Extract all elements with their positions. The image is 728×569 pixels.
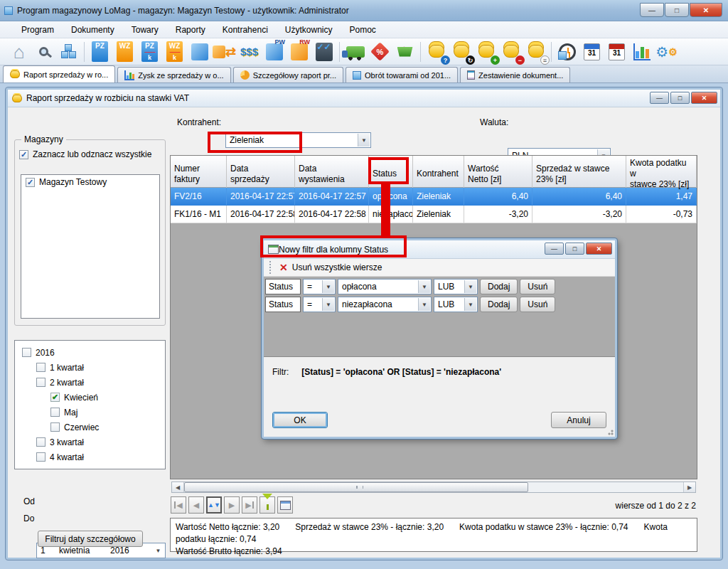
checkbox-icon[interactable]: [22, 348, 31, 357]
column-header-kontrahent[interactable]: Kontrahent: [413, 156, 464, 192]
column-header-kwota-podatku[interactable]: Kwota podatku w stawce 23% [zł]: [626, 156, 697, 192]
last-record-button[interactable]: ▶: [242, 496, 257, 514]
checkbox-icon[interactable]: [36, 437, 46, 447]
tab-szczegolowy-raport[interactable]: Szczegółowy raport pr...: [233, 67, 343, 83]
tree-item-q4[interactable]: 4 kwartał: [22, 450, 165, 464]
menu-raporty[interactable]: Raporty: [167, 23, 214, 37]
coins-question-icon[interactable]: ?: [424, 40, 448, 63]
report-restore-button[interactable]: □: [670, 92, 690, 104]
tree-item-q3[interactable]: 3 kwartał: [22, 435, 165, 450]
warehouse-icon[interactable]: ⌂: [7, 40, 31, 63]
cancel-button[interactable]: Anuluj: [551, 412, 606, 428]
goods-correction-icon[interactable]: [188, 40, 211, 63]
value-combobox[interactable]: niezapłacona▼: [338, 297, 432, 312]
tree-item-maj[interactable]: Maj: [22, 405, 165, 420]
scrollbar-thumb[interactable]: [184, 482, 528, 492]
settings-gears-icon[interactable]: ⚙⚙: [655, 40, 678, 63]
checkbox-checked-icon[interactable]: ✔: [50, 393, 60, 402]
value-combobox[interactable]: opłacona▼: [338, 279, 432, 294]
column-header-numer-faktury[interactable]: Numer faktury: [171, 156, 227, 192]
doc-wz-correction-icon[interactable]: WZ~~~~k: [163, 40, 186, 63]
tab-zysk-ze-sprzedazy[interactable]: Zysk ze sprzedaży w o...: [117, 67, 230, 83]
delivery-truck-icon[interactable]: [343, 40, 367, 63]
column-header-sprzedaz-w-stawce[interactable]: Sprzedaż w stawce 23% [zł]: [532, 156, 626, 192]
discount-tag-icon[interactable]: %: [368, 40, 392, 63]
chevron-down-icon[interactable]: ▼: [418, 280, 430, 293]
minimize-button[interactable]: —: [640, 3, 664, 17]
previous-record-button[interactable]: ◀: [188, 496, 204, 514]
menu-pomoc[interactable]: Pomoc: [341, 23, 385, 37]
chevron-down-icon[interactable]: ▼: [322, 298, 334, 311]
checkbox-icon[interactable]: [50, 422, 60, 432]
dialog-close-button[interactable]: ✕: [586, 243, 612, 255]
tree-item-kwiecien[interactable]: ✔Kwiecień: [22, 390, 165, 405]
calendar-red-icon[interactable]: 31: [605, 40, 628, 63]
chart-icon[interactable]: [630, 40, 653, 63]
tree-item-q1[interactable]: 1 kwartał: [22, 360, 165, 375]
operator-combobox[interactable]: =▼: [303, 297, 336, 312]
doc-pz-correction-icon[interactable]: PZ~~~~k: [138, 40, 161, 63]
column-header-data-wystawienia[interactable]: Data wystawienia: [295, 156, 369, 192]
history-clock-icon[interactable]: [555, 40, 579, 63]
price-change-icon[interactable]: $$$: [237, 40, 261, 63]
remove-row-button[interactable]: Usuń: [520, 279, 555, 294]
add-row-button[interactable]: Dodaj: [480, 279, 518, 294]
chevron-down-icon[interactable]: ▼: [464, 280, 476, 293]
tab-raport-sprzedazy[interactable]: Raport sprzedaży w ro...: [3, 65, 115, 83]
add-row-button[interactable]: Dodaj: [480, 297, 518, 312]
chevron-down-icon[interactable]: ▼: [418, 298, 430, 311]
checkbox-checked-icon[interactable]: ✓: [19, 150, 28, 159]
scroll-left-icon[interactable]: ◀: [172, 482, 184, 492]
column-header-status[interactable]: Status: [369, 156, 413, 192]
menu-towary[interactable]: Towary: [123, 23, 167, 37]
report-close-button[interactable]: ✕: [691, 92, 717, 104]
conjunction-combobox[interactable]: LUB▼: [434, 279, 478, 294]
filter-funnel-button[interactable]: [259, 496, 275, 514]
resize-grip[interactable]: [606, 428, 614, 435]
first-record-button[interactable]: ◀: [171, 496, 186, 514]
doc-pw-icon[interactable]: PW: [262, 40, 286, 63]
remove-row-button[interactable]: Usuń: [520, 297, 555, 312]
horizontal-scrollbar[interactable]: ◀ ▶: [171, 482, 696, 493]
ok-button[interactable]: OK: [272, 412, 328, 428]
checkbox-icon[interactable]: [50, 408, 60, 417]
menu-program[interactable]: Program: [13, 23, 63, 37]
tab-obrot-towarami[interactable]: Obrót towarami od 201...: [346, 67, 458, 83]
conjunction-combobox[interactable]: LUB▼: [434, 297, 478, 312]
restore-button[interactable]: □: [665, 3, 689, 17]
coins-add-icon[interactable]: +: [474, 40, 498, 63]
checkbox-icon[interactable]: [36, 452, 46, 462]
doc-rw-icon[interactable]: RW: [287, 40, 311, 63]
doc-wz-icon[interactable]: WZ: [113, 40, 136, 63]
dialog-restore-button[interactable]: □: [565, 243, 584, 255]
kontrahent-combobox[interactable]: Zieleniak ▼: [225, 132, 371, 148]
coins-remove-icon[interactable]: −: [499, 40, 523, 63]
chevron-down-icon[interactable]: ▼: [464, 298, 476, 311]
coins-refresh-icon[interactable]: ↻: [449, 40, 473, 63]
close-button[interactable]: ✕: [690, 3, 722, 17]
table-row[interactable]: FV2/16 2016-04-17 22:57 2016-04-17 22:57…: [171, 188, 697, 206]
table-row[interactable]: FK1/16 - M1 2016-04-17 22:58 2016-04-17 …: [171, 206, 697, 223]
operator-combobox[interactable]: =▼: [303, 279, 336, 294]
column-header-data-sprzedazy[interactable]: Data sprzedaży: [227, 156, 295, 192]
calendar-blue-icon[interactable]: 31: [580, 40, 604, 63]
tree-item-czerwiec[interactable]: Czerwiec: [22, 420, 165, 435]
purchase-cart-icon[interactable]: [393, 40, 417, 63]
next-record-button[interactable]: ▶: [224, 496, 240, 514]
select-all-checkbox-row[interactable]: ✓ Zaznacz lub odznacz wszystkie: [15, 147, 165, 161]
checkbox-icon[interactable]: [36, 363, 46, 372]
doc-pz-icon[interactable]: PZ: [88, 40, 112, 63]
warehouse-transfer-icon[interactable]: ⇄: [213, 40, 236, 63]
dialog-minimize-button[interactable]: —: [545, 243, 564, 255]
tree-item-2016[interactable]: 2016: [22, 345, 165, 360]
goods-list-icon[interactable]: [57, 40, 80, 63]
chevron-down-icon[interactable]: ▼: [358, 134, 370, 147]
tree-item-q2[interactable]: 2 kwartał: [22, 375, 165, 390]
warehouse-item[interactable]: ✓ Magazyn Testowy: [21, 175, 159, 189]
inventory-icon[interactable]: ✓✓: [312, 40, 336, 63]
coins-report-icon[interactable]: ≡: [524, 40, 547, 63]
checkbox-icon[interactable]: [36, 378, 46, 387]
menu-dokumenty[interactable]: Dokumenty: [63, 23, 123, 37]
checkbox-checked-icon[interactable]: ✓: [26, 178, 35, 187]
search-goods-icon[interactable]: [32, 40, 55, 63]
